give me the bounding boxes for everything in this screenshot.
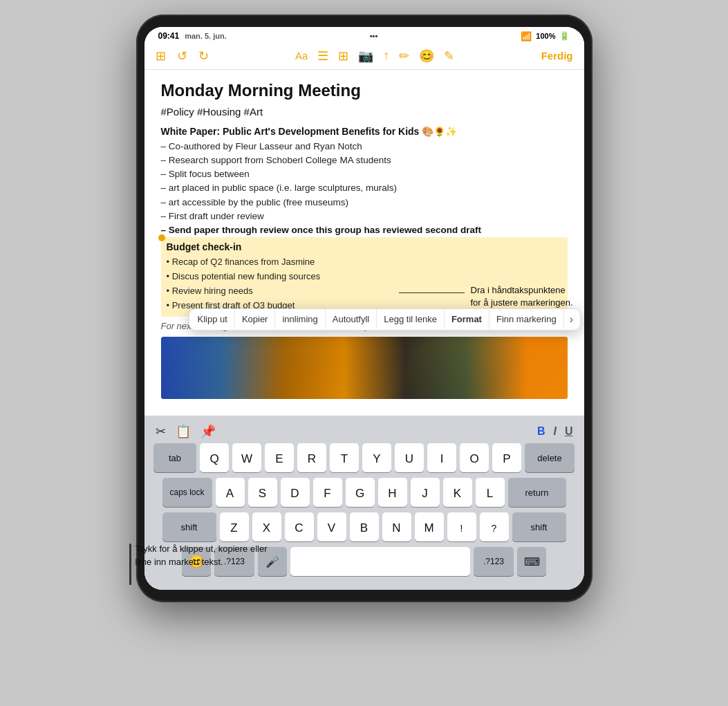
redo-icon[interactable]: ↻ bbox=[198, 48, 209, 64]
context-legg-til-lenke[interactable]: Legg til lenke bbox=[377, 309, 445, 329]
key-c[interactable]: C bbox=[285, 512, 314, 541]
status-dots: ••• bbox=[370, 32, 378, 40]
key-numeric-right[interactable]: .?123 bbox=[474, 547, 514, 576]
key-m[interactable]: M bbox=[415, 512, 444, 541]
toolbar: ⊞ ↺ ↻ Aa ☰ ⊞ 📷 ↑ ✏ 😊 ✎ Ferdig bbox=[144, 44, 584, 70]
ipad-screen: 09:41 man. 5. jun. ••• 📶 100% 🔋 ⊞ ↺ ↻ bbox=[144, 27, 584, 591]
context-innliming[interactable]: innliming bbox=[275, 309, 325, 329]
undo-icon[interactable]: ↺ bbox=[177, 48, 187, 64]
key-e[interactable]: E bbox=[265, 443, 294, 472]
edit-icon[interactable]: ✎ bbox=[444, 48, 454, 64]
selected-title[interactable]: Budget check-in bbox=[167, 241, 562, 252]
status-right: 📶 100% 🔋 bbox=[521, 31, 570, 41]
bold-button[interactable]: B bbox=[537, 425, 545, 438]
wifi-icon: 📶 bbox=[521, 31, 532, 41]
status-day: man. 5. jun. bbox=[185, 32, 227, 40]
key-z[interactable]: Z bbox=[220, 512, 249, 541]
note-line-3[interactable]: – Split focus between bbox=[161, 167, 568, 181]
key-exclaim[interactable]: ! bbox=[447, 512, 476, 541]
context-more[interactable]: › bbox=[564, 309, 579, 330]
context-finn-markering[interactable]: Finn markering bbox=[489, 309, 564, 329]
battery-icon: 🔋 bbox=[559, 31, 570, 41]
cut-icon[interactable]: ✂ bbox=[156, 424, 166, 439]
list-icon[interactable]: ☰ bbox=[317, 48, 328, 64]
context-format[interactable]: Format bbox=[445, 309, 489, 329]
keyboard-toolbar-left: ✂ 📋 📌 bbox=[156, 424, 216, 439]
copy-icon[interactable]: 📋 bbox=[176, 424, 191, 439]
toolbar-center: Aa ☰ ⊞ 📷 ↑ ✏ 😊 ✎ bbox=[295, 48, 454, 64]
keyboard-toolbar: ✂ 📋 📌 B I U bbox=[149, 421, 580, 443]
italic-button[interactable]: I bbox=[553, 425, 556, 438]
image-overlay bbox=[161, 337, 568, 399]
key-keyboard[interactable]: ⌨ bbox=[517, 547, 546, 576]
selection-handle-start[interactable] bbox=[158, 234, 165, 241]
key-p[interactable]: P bbox=[492, 443, 521, 472]
key-w[interactable]: W bbox=[232, 443, 261, 472]
key-b[interactable]: B bbox=[350, 512, 379, 541]
key-i[interactable]: I bbox=[427, 443, 456, 472]
key-d[interactable]: D bbox=[281, 478, 310, 507]
status-left: 09:41 man. 5. jun. bbox=[158, 31, 227, 41]
key-g[interactable]: G bbox=[346, 478, 375, 507]
note-bold-heading[interactable]: White Paper: Public Art's Development Be… bbox=[161, 126, 568, 137]
context-kopier[interactable]: Kopier bbox=[235, 309, 276, 329]
key-shift-right[interactable]: shift bbox=[512, 512, 566, 541]
key-j[interactable]: J bbox=[411, 478, 440, 507]
note-content: Monday Morning Meeting #Policy #Housing … bbox=[144, 70, 584, 416]
key-n[interactable]: N bbox=[382, 512, 411, 541]
underline-button[interactable]: U bbox=[565, 425, 573, 438]
key-h[interactable]: H bbox=[378, 478, 407, 507]
key-row-2: caps lock A S D F G H J K L return bbox=[149, 478, 580, 507]
key-l[interactable]: L bbox=[476, 478, 505, 507]
context-klipp-ut[interactable]: Klipp ut bbox=[191, 309, 235, 329]
key-v[interactable]: V bbox=[317, 512, 346, 541]
key-u[interactable]: U bbox=[395, 443, 424, 472]
font-icon[interactable]: Aa bbox=[295, 50, 308, 62]
key-delete[interactable]: delete bbox=[525, 443, 575, 472]
annotation-right-line bbox=[399, 292, 465, 293]
note-line-6[interactable]: – First draft under review bbox=[161, 210, 568, 223]
key-q[interactable]: Q bbox=[200, 443, 229, 472]
key-shift-left[interactable]: shift bbox=[162, 512, 216, 541]
key-k[interactable]: K bbox=[443, 478, 472, 507]
key-return[interactable]: return bbox=[508, 478, 566, 507]
status-time: 09:41 bbox=[158, 31, 180, 41]
note-line-1[interactable]: – Co-authored by Fleur Lasseur and Ryan … bbox=[161, 140, 568, 154]
annotation-bottom: Trykk for å klippe ut, kopiere ellerlime… bbox=[129, 542, 288, 585]
paste-icon[interactable]: 📌 bbox=[200, 424, 216, 439]
status-bar: 09:41 man. 5. jun. ••• 📶 100% 🔋 bbox=[144, 27, 584, 44]
done-button[interactable]: Ferdig bbox=[541, 50, 573, 62]
key-question[interactable]: ? bbox=[480, 512, 509, 541]
annotation-right-text: Dra i håndtakspunktenefor å justere mark… bbox=[471, 284, 573, 309]
pencil-icon[interactable]: ✏ bbox=[399, 48, 409, 64]
annotation-right: Dra i håndtakspunktenefor å justere mark… bbox=[468, 284, 599, 309]
emoji-icon[interactable]: 😊 bbox=[419, 48, 434, 64]
note-line-4[interactable]: – art placed in public space (i.e. large… bbox=[161, 181, 568, 195]
selected-line-2[interactable]: • Discus potential new funding sources bbox=[167, 270, 562, 284]
key-caps-lock[interactable]: caps lock bbox=[162, 478, 212, 507]
selected-line-1[interactable]: • Recap of Q2 finances from Jasmine bbox=[167, 255, 562, 270]
sidebar-icon[interactable]: ⊞ bbox=[156, 48, 166, 64]
key-s[interactable]: S bbox=[248, 478, 277, 507]
share-icon[interactable]: ↑ bbox=[383, 48, 389, 63]
key-o[interactable]: O bbox=[460, 443, 489, 472]
key-f[interactable]: F bbox=[313, 478, 342, 507]
key-r[interactable]: R bbox=[297, 443, 326, 472]
context-autoutfyll[interactable]: Autoutfyll bbox=[326, 309, 377, 329]
annotation-bottom-text: Trykk for å klippe ut, kopiere ellerlime… bbox=[136, 542, 268, 569]
note-line-5[interactable]: – art accessible by the public (free mus… bbox=[161, 196, 568, 210]
key-t[interactable]: T bbox=[330, 443, 359, 472]
key-space[interactable] bbox=[290, 547, 470, 576]
key-a[interactable]: A bbox=[216, 478, 245, 507]
note-title[interactable]: Monday Morning Meeting bbox=[161, 81, 568, 100]
key-y[interactable]: Y bbox=[362, 443, 391, 472]
note-line-2[interactable]: – Research support from Schoberl College… bbox=[161, 154, 568, 167]
key-x[interactable]: X bbox=[252, 512, 281, 541]
key-tab[interactable]: tab bbox=[153, 443, 196, 472]
key-row-1: tab Q W E R T Y U I O P delete bbox=[149, 443, 580, 472]
camera-icon[interactable]: 📷 bbox=[358, 48, 373, 64]
table-icon[interactable]: ⊞ bbox=[338, 48, 348, 64]
annotation-bracket bbox=[129, 544, 131, 585]
note-line-7[interactable]: – Send paper through review once this gr… bbox=[161, 223, 568, 237]
note-hashtags[interactable]: #Policy #Housing #Art bbox=[161, 106, 568, 118]
